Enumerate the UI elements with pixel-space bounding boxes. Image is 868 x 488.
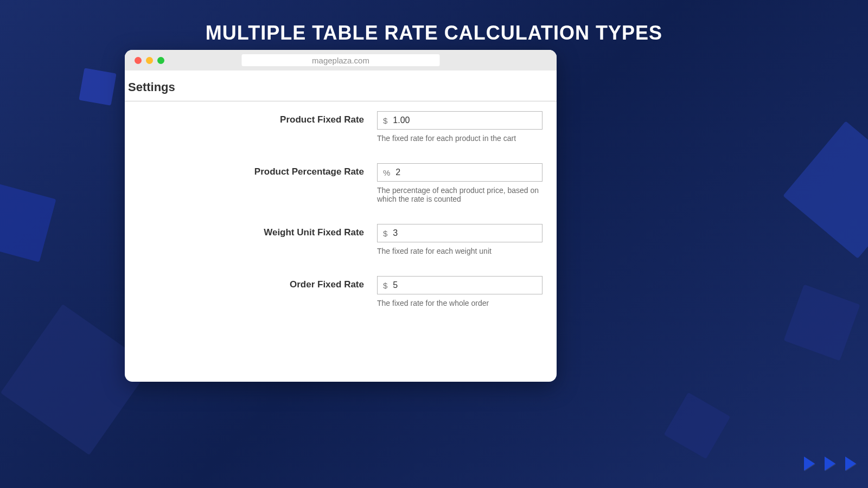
field-product-percentage-rate: Product Percentage Rate % The percentage… xyxy=(130,163,551,203)
window-controls xyxy=(135,57,164,64)
url-text: mageplaza.com xyxy=(312,56,369,65)
minimize-icon[interactable] xyxy=(146,57,153,64)
close-icon[interactable] xyxy=(135,57,142,64)
page-title: MULTIPLE TABLE RATE CALCULATION TYPES xyxy=(0,0,868,44)
browser-window: mageplaza.com Settings Product Fixed Rat… xyxy=(125,50,557,382)
input-product-fixed-rate[interactable]: $ xyxy=(377,111,542,130)
content-area: Settings Product Fixed Rate $ The fixed … xyxy=(125,70,557,307)
browser-title-bar: mageplaza.com xyxy=(125,50,557,70)
helper-text: The fixed rate for each product in the c… xyxy=(377,134,542,143)
field-label: Weight Unit Fixed Rate xyxy=(130,224,377,238)
play-icon xyxy=(845,457,856,471)
bg-cube xyxy=(0,183,56,262)
field-product-fixed-rate: Product Fixed Rate $ The fixed rate for … xyxy=(130,111,551,143)
divider xyxy=(125,101,557,101)
maximize-icon[interactable] xyxy=(157,57,164,64)
input-weight-unit-fixed-rate[interactable]: $ xyxy=(377,224,542,242)
helper-text: The fixed rate for each weight unit xyxy=(377,247,542,255)
play-icon xyxy=(804,457,815,471)
input-value[interactable] xyxy=(391,280,542,290)
bg-cube xyxy=(664,393,731,459)
input-value[interactable] xyxy=(391,115,542,125)
helper-text: The percentage of each product price, ba… xyxy=(377,186,542,203)
field-label: Product Percentage Rate xyxy=(130,163,377,177)
input-product-percentage-rate[interactable]: % xyxy=(377,163,542,182)
helper-text: The fixed rate for the whole order xyxy=(377,299,542,307)
field-weight-unit-fixed-rate: Weight Unit Fixed Rate $ The fixed rate … xyxy=(130,224,551,255)
play-icon xyxy=(825,457,835,471)
settings-heading: Settings xyxy=(125,80,557,99)
input-order-fixed-rate[interactable]: $ xyxy=(377,276,542,294)
decorative-play-icons xyxy=(804,457,856,471)
percent-prefix: % xyxy=(378,168,393,177)
input-value[interactable] xyxy=(393,168,542,177)
field-label: Order Fixed Rate xyxy=(130,276,377,290)
url-bar[interactable]: mageplaza.com xyxy=(242,54,440,66)
bg-cube xyxy=(783,121,868,259)
currency-prefix: $ xyxy=(378,281,391,290)
currency-prefix: $ xyxy=(378,116,391,125)
settings-form: Product Fixed Rate $ The fixed rate for … xyxy=(125,111,557,307)
currency-prefix: $ xyxy=(378,229,391,238)
bg-cube xyxy=(79,68,117,106)
field-label: Product Fixed Rate xyxy=(130,111,377,125)
input-value[interactable] xyxy=(391,228,542,238)
bg-cube xyxy=(784,285,860,361)
field-order-fixed-rate: Order Fixed Rate $ The fixed rate for th… xyxy=(130,276,551,307)
